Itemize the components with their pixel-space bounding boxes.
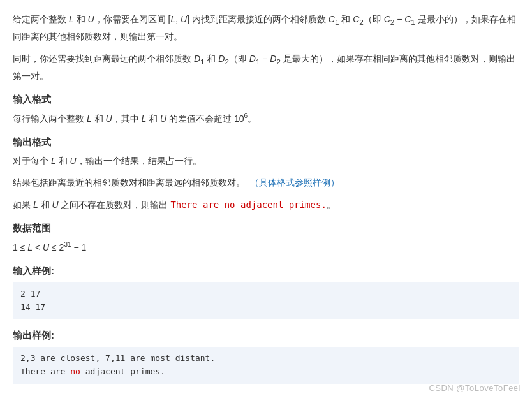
no-word-red: no bbox=[70, 367, 80, 376]
format-hint-link[interactable]: （具体格式参照样例） bbox=[250, 177, 339, 187]
main-content: 给定两个整数 L 和 U，你需要在闭区间 [L, U] 内找到距离最接近的两个相… bbox=[13, 11, 519, 384]
paragraph-1: 给定两个整数 L 和 U，你需要在闭区间 [L, U] 内找到距离最接近的两个相… bbox=[13, 11, 519, 45]
section-input-format: 输入格式 bbox=[13, 91, 519, 108]
sample-input-block: 2 17 14 17 bbox=[13, 282, 519, 319]
sample-output-line-1: 2,3 are closest, 7,11 are most distant. bbox=[20, 352, 512, 365]
sample-input-line-1: 2 17 bbox=[20, 288, 512, 301]
section-sample-output: 输出样例: bbox=[13, 327, 519, 344]
paragraph-output-3: 如果 L 和 U 之间不存在质数对，则输出 There are no adjac… bbox=[13, 197, 519, 213]
paragraph-2: 同时，你还需要找到距离最远的两个相邻质数 D1 和 D2（即 D1 − D2 是… bbox=[13, 51, 519, 84]
no-adjacent-primes-text: There are no adjacent primes. bbox=[170, 200, 326, 210]
sample-output-block: 2,3 are closest, 7,11 are most distant. … bbox=[13, 347, 519, 384]
sample-output-line-2: There are no adjacent primes. bbox=[20, 365, 512, 379]
paragraph-range: 1 ≤ L < U ≤ 231 − 1 bbox=[13, 239, 519, 255]
paragraph-output-2: 结果包括距离最近的相邻质数对和距离最远的相邻质数对。 （具体格式参照样例） bbox=[13, 175, 519, 191]
watermark: CSDN @ToLoveToFeel bbox=[429, 381, 521, 395]
section-data-range: 数据范围 bbox=[13, 220, 519, 237]
paragraph-output-1: 对于每个 L 和 U，输出一个结果，结果占一行。 bbox=[13, 153, 519, 169]
section-sample-input: 输入样例: bbox=[13, 263, 519, 279]
section-output-format: 输出格式 bbox=[13, 134, 519, 150]
paragraph-input: 每行输入两个整数 L 和 U，其中 L 和 U 的差值不会超过 106。 bbox=[13, 110, 519, 126]
sample-input-line-2: 14 17 bbox=[20, 301, 512, 314]
